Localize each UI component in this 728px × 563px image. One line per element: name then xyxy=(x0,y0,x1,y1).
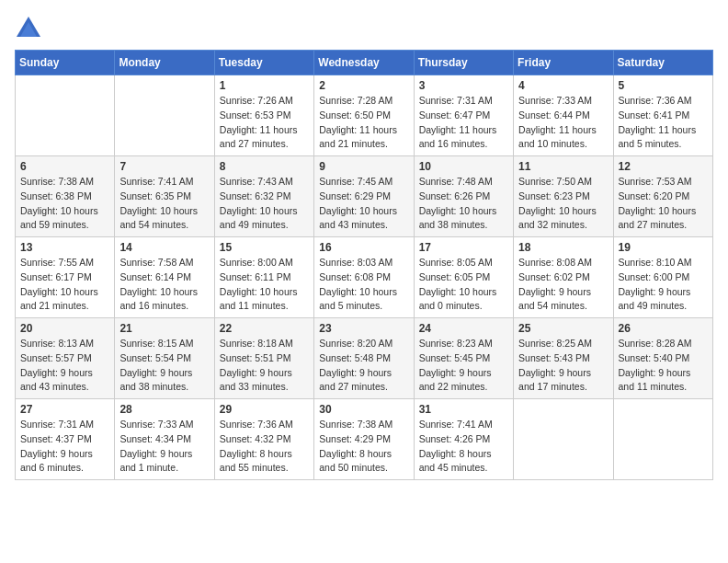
day-number: 26 xyxy=(619,322,708,335)
day-number: 6 xyxy=(20,160,109,173)
day-number: 9 xyxy=(319,160,408,173)
day-info: Sunrise: 7:41 AM Sunset: 6:35 PM Dayligh… xyxy=(119,175,209,233)
day-number: 30 xyxy=(319,403,408,416)
calendar-cell: 26Sunrise: 8:28 AM Sunset: 5:40 PM Dayli… xyxy=(613,318,712,399)
calendar-cell: 17Sunrise: 8:05 AM Sunset: 6:05 PM Dayli… xyxy=(414,237,513,318)
day-info: Sunrise: 7:55 AM Sunset: 6:17 PM Dayligh… xyxy=(20,256,109,314)
day-number: 15 xyxy=(220,241,309,254)
calendar-cell: 5Sunrise: 7:36 AM Sunset: 6:41 PM Daylig… xyxy=(613,75,712,156)
calendar-cell: 25Sunrise: 8:25 AM Sunset: 5:43 PM Dayli… xyxy=(514,318,613,399)
day-number: 11 xyxy=(518,160,608,173)
calendar-cell: 19Sunrise: 8:10 AM Sunset: 6:00 PM Dayli… xyxy=(613,237,712,318)
day-number: 20 xyxy=(20,322,109,335)
calendar-week-row: 13Sunrise: 7:55 AM Sunset: 6:17 PM Dayli… xyxy=(16,237,713,318)
day-info: Sunrise: 7:38 AM Sunset: 4:29 PM Dayligh… xyxy=(319,418,408,476)
day-number: 19 xyxy=(619,241,708,254)
calendar-cell: 2Sunrise: 7:28 AM Sunset: 6:50 PM Daylig… xyxy=(314,75,414,156)
day-number: 4 xyxy=(518,79,608,92)
day-info: Sunrise: 8:10 AM Sunset: 6:00 PM Dayligh… xyxy=(619,256,708,314)
calendar-cell: 1Sunrise: 7:26 AM Sunset: 6:53 PM Daylig… xyxy=(214,75,313,156)
calendar-week-row: 1Sunrise: 7:26 AM Sunset: 6:53 PM Daylig… xyxy=(16,75,713,156)
day-info: Sunrise: 8:03 AM Sunset: 6:08 PM Dayligh… xyxy=(319,256,408,314)
day-info: Sunrise: 8:23 AM Sunset: 5:45 PM Dayligh… xyxy=(419,337,508,395)
calendar-cell xyxy=(115,75,214,156)
calendar-cell: 16Sunrise: 8:03 AM Sunset: 6:08 PM Dayli… xyxy=(314,237,414,318)
calendar-header-cell: Wednesday xyxy=(314,51,414,75)
day-info: Sunrise: 7:43 AM Sunset: 6:32 PM Dayligh… xyxy=(220,175,309,233)
calendar-cell: 14Sunrise: 7:58 AM Sunset: 6:14 PM Dayli… xyxy=(115,237,214,318)
calendar-cell: 15Sunrise: 8:00 AM Sunset: 6:11 PM Dayli… xyxy=(214,237,313,318)
calendar-cell: 7Sunrise: 7:41 AM Sunset: 6:35 PM Daylig… xyxy=(115,156,214,237)
day-info: Sunrise: 7:31 AM Sunset: 6:47 PM Dayligh… xyxy=(419,94,508,152)
day-info: Sunrise: 7:58 AM Sunset: 6:14 PM Dayligh… xyxy=(119,256,209,314)
day-info: Sunrise: 8:08 AM Sunset: 6:02 PM Dayligh… xyxy=(518,256,608,314)
calendar-cell: 28Sunrise: 7:33 AM Sunset: 4:34 PM Dayli… xyxy=(115,399,214,480)
day-number: 7 xyxy=(119,160,209,173)
day-info: Sunrise: 8:05 AM Sunset: 6:05 PM Dayligh… xyxy=(419,256,508,314)
day-info: Sunrise: 7:36 AM Sunset: 6:41 PM Dayligh… xyxy=(619,94,708,152)
day-number: 8 xyxy=(220,160,309,173)
day-info: Sunrise: 7:48 AM Sunset: 6:26 PM Dayligh… xyxy=(419,175,508,233)
calendar-cell: 4Sunrise: 7:33 AM Sunset: 6:44 PM Daylig… xyxy=(514,75,613,156)
calendar-cell: 23Sunrise: 8:20 AM Sunset: 5:48 PM Dayli… xyxy=(314,318,414,399)
calendar-cell xyxy=(16,75,115,156)
day-number: 16 xyxy=(319,241,408,254)
calendar-cell: 12Sunrise: 7:53 AM Sunset: 6:20 PM Dayli… xyxy=(613,156,712,237)
day-number: 17 xyxy=(419,241,508,254)
day-info: Sunrise: 7:53 AM Sunset: 6:20 PM Dayligh… xyxy=(619,175,708,233)
day-info: Sunrise: 7:31 AM Sunset: 4:37 PM Dayligh… xyxy=(20,418,109,476)
calendar-body: 1Sunrise: 7:26 AM Sunset: 6:53 PM Daylig… xyxy=(16,75,713,480)
calendar-header-cell: Sunday xyxy=(16,51,115,75)
calendar-cell: 13Sunrise: 7:55 AM Sunset: 6:17 PM Dayli… xyxy=(16,237,115,318)
day-info: Sunrise: 8:20 AM Sunset: 5:48 PM Dayligh… xyxy=(319,337,408,395)
day-info: Sunrise: 8:25 AM Sunset: 5:43 PM Dayligh… xyxy=(518,337,608,395)
day-info: Sunrise: 7:33 AM Sunset: 4:34 PM Dayligh… xyxy=(119,418,209,476)
calendar-header-cell: Thursday xyxy=(414,51,513,75)
day-info: Sunrise: 7:50 AM Sunset: 6:23 PM Dayligh… xyxy=(518,175,608,233)
day-info: Sunrise: 7:41 AM Sunset: 4:26 PM Dayligh… xyxy=(419,418,508,476)
day-number: 23 xyxy=(319,322,408,335)
day-info: Sunrise: 8:00 AM Sunset: 6:11 PM Dayligh… xyxy=(220,256,309,314)
page-header xyxy=(15,15,713,40)
calendar-week-row: 6Sunrise: 7:38 AM Sunset: 6:38 PM Daylig… xyxy=(16,156,713,237)
day-info: Sunrise: 7:33 AM Sunset: 6:44 PM Dayligh… xyxy=(518,94,608,152)
calendar-cell: 22Sunrise: 8:18 AM Sunset: 5:51 PM Dayli… xyxy=(214,318,313,399)
calendar-cell: 10Sunrise: 7:48 AM Sunset: 6:26 PM Dayli… xyxy=(414,156,513,237)
day-number: 14 xyxy=(119,241,209,254)
day-number: 12 xyxy=(619,160,708,173)
day-info: Sunrise: 7:45 AM Sunset: 6:29 PM Dayligh… xyxy=(319,175,408,233)
logo xyxy=(15,15,44,40)
day-number: 3 xyxy=(419,79,508,92)
calendar-cell: 24Sunrise: 8:23 AM Sunset: 5:45 PM Dayli… xyxy=(414,318,513,399)
calendar-header-row: SundayMondayTuesdayWednesdayThursdayFrid… xyxy=(16,51,713,75)
calendar-cell xyxy=(613,399,712,480)
calendar-cell: 27Sunrise: 7:31 AM Sunset: 4:37 PM Dayli… xyxy=(16,399,115,480)
day-number: 25 xyxy=(518,322,608,335)
calendar-cell: 3Sunrise: 7:31 AM Sunset: 6:47 PM Daylig… xyxy=(414,75,513,156)
day-number: 21 xyxy=(119,322,209,335)
day-info: Sunrise: 8:13 AM Sunset: 5:57 PM Dayligh… xyxy=(20,337,109,395)
calendar-cell: 6Sunrise: 7:38 AM Sunset: 6:38 PM Daylig… xyxy=(16,156,115,237)
day-number: 13 xyxy=(20,241,109,254)
day-info: Sunrise: 7:28 AM Sunset: 6:50 PM Dayligh… xyxy=(319,94,408,152)
calendar-cell: 29Sunrise: 7:36 AM Sunset: 4:32 PM Dayli… xyxy=(214,399,313,480)
calendar-cell xyxy=(514,399,613,480)
day-number: 24 xyxy=(419,322,508,335)
day-info: Sunrise: 7:36 AM Sunset: 4:32 PM Dayligh… xyxy=(220,418,309,476)
calendar-week-row: 20Sunrise: 8:13 AM Sunset: 5:57 PM Dayli… xyxy=(16,318,713,399)
day-info: Sunrise: 8:15 AM Sunset: 5:54 PM Dayligh… xyxy=(119,337,209,395)
calendar-cell: 30Sunrise: 7:38 AM Sunset: 4:29 PM Dayli… xyxy=(314,399,414,480)
day-number: 1 xyxy=(220,79,309,92)
day-info: Sunrise: 7:38 AM Sunset: 6:38 PM Dayligh… xyxy=(20,175,109,233)
day-number: 22 xyxy=(220,322,309,335)
day-number: 5 xyxy=(619,79,708,92)
calendar-cell: 21Sunrise: 8:15 AM Sunset: 5:54 PM Dayli… xyxy=(115,318,214,399)
calendar-week-row: 27Sunrise: 7:31 AM Sunset: 4:37 PM Dayli… xyxy=(16,399,713,480)
day-number: 28 xyxy=(119,403,209,416)
day-number: 2 xyxy=(319,79,408,92)
calendar-table: SundayMondayTuesdayWednesdayThursdayFrid… xyxy=(15,50,713,480)
calendar-cell: 11Sunrise: 7:50 AM Sunset: 6:23 PM Dayli… xyxy=(514,156,613,237)
calendar-cell: 9Sunrise: 7:45 AM Sunset: 6:29 PM Daylig… xyxy=(314,156,414,237)
day-number: 31 xyxy=(419,403,508,416)
day-number: 27 xyxy=(20,403,109,416)
